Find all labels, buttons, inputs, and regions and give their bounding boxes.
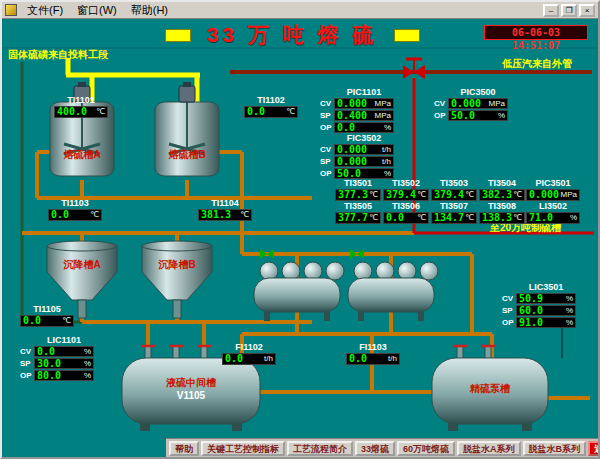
row-value: 50.0 bbox=[337, 169, 361, 179]
instrument-pic3501[interactable]: PIC3501 0.000 MPa bbox=[526, 179, 580, 201]
row-channel: CV bbox=[434, 99, 448, 108]
controller-pic3500[interactable]: PIC3500 CV 0.000MPa OP 50.0% bbox=[434, 88, 508, 121]
instrument-unit: ℃ bbox=[369, 214, 378, 222]
instrument-value: 134.7 bbox=[434, 213, 464, 223]
instrument-value-box: 0.0 ℃ bbox=[20, 315, 74, 327]
instrument-unit: ℃ bbox=[417, 191, 426, 199]
instrument-value: 400.0 bbox=[57, 107, 87, 117]
controller-tag: PIC3500 bbox=[434, 88, 508, 97]
row-unit: MPa bbox=[375, 100, 391, 108]
instrument-fi1103: FI1103 0.0 t/h bbox=[346, 343, 400, 365]
instrument-tag: TI1101 bbox=[54, 96, 108, 105]
row-channel: SP bbox=[502, 306, 516, 315]
instrument-ti1103: TI1103 0.0 ℃ bbox=[48, 199, 102, 221]
controller-lic3501[interactable]: LIC3501 CV 50.9% SP 60.0% OP 91.0% bbox=[502, 283, 576, 328]
key-process-indicators-button[interactable]: 关键工艺控制指标 bbox=[201, 441, 285, 456]
controller-row: CV 50.9% bbox=[502, 293, 576, 304]
row-unit: % bbox=[566, 319, 573, 327]
instrument-unit: ℃ bbox=[465, 214, 474, 222]
row-channel: CV bbox=[320, 145, 334, 154]
instrument-value: 138.3 bbox=[482, 213, 512, 223]
restore-button[interactable]: ❐ bbox=[561, 4, 577, 17]
instrument-value: 379.4 bbox=[434, 190, 464, 200]
row-value: 0.000 bbox=[451, 99, 481, 109]
menu-help[interactable]: 帮助(H) bbox=[125, 3, 174, 18]
label-pump-tank: 精硫泵槽 bbox=[432, 382, 548, 396]
controller-row: CV 0.000MPa bbox=[320, 98, 394, 109]
label-settler-b: 沉降槽B bbox=[142, 258, 212, 272]
instrument-value-box: 400.0 ℃ bbox=[54, 106, 108, 118]
instrument-tag: TI1103 bbox=[48, 199, 102, 208]
controller-row: OP 50.0% bbox=[320, 168, 394, 179]
melting-600k-button[interactable]: 60万吨熔硫 bbox=[397, 441, 455, 456]
menu-window[interactable]: 窗口(W) bbox=[71, 3, 123, 18]
instrument-ti3507: TI3507 134.7 ℃ bbox=[431, 202, 477, 224]
instrument-tag: TI1105 bbox=[20, 305, 74, 314]
instrument-value-box: 0.0 ℃ bbox=[48, 209, 102, 221]
desalted-water-a-button[interactable]: 脱盐水A系列 bbox=[457, 441, 521, 456]
instrument-value-box: 71.0 % bbox=[526, 212, 580, 224]
controller-pic1101[interactable]: PIC1101 CV 0.000MPa SP 0.400MPa OP 0.0% bbox=[320, 88, 394, 133]
instrument-ti3506: TI3506 0.0 ℃ bbox=[383, 202, 429, 224]
controller-row: OP 91.0% bbox=[502, 317, 576, 328]
close-button[interactable]: × bbox=[579, 4, 595, 17]
instrument-tag: TI3502 bbox=[383, 179, 429, 188]
instrument-ti1104: TI1104 381.3 ℃ bbox=[198, 199, 252, 221]
instrument-tag: TI1104 bbox=[198, 199, 252, 208]
instrument-value: 377.3 bbox=[338, 190, 368, 200]
row-unit: % bbox=[498, 112, 505, 120]
minimize-button[interactable]: – bbox=[543, 4, 559, 17]
row-channel: SP bbox=[320, 157, 334, 166]
instrument-value: 0.000 bbox=[529, 190, 559, 200]
instrument-unit: ℃ bbox=[62, 317, 71, 325]
instrument-ti3508: TI3508 138.3 ℃ bbox=[479, 202, 525, 224]
label-melter-b: 熔硫槽B bbox=[155, 148, 219, 162]
title-decoration-left bbox=[165, 29, 191, 42]
row-channel: OP bbox=[320, 123, 334, 132]
instrument-ti1101: TI1101 400.0 ℃ bbox=[54, 96, 108, 118]
instrument-value-box: 379.4 ℃ bbox=[431, 189, 477, 201]
row-channel: SP bbox=[20, 359, 34, 368]
row-value: 50.0 bbox=[451, 111, 475, 121]
help-button[interactable]: 帮助 bbox=[169, 441, 199, 456]
return-button[interactable]: 返回 bbox=[588, 441, 600, 456]
instrument-tag: LI3502 bbox=[526, 202, 580, 211]
controller-row: OP 0.0% bbox=[320, 122, 394, 133]
controller-fic3502[interactable]: FIC3502 CV 0.000t/h SP 0.000t/h OP 50.0% bbox=[320, 134, 394, 179]
app-icon bbox=[5, 4, 17, 16]
instrument-unit: ℃ bbox=[96, 108, 105, 116]
instrument-unit: ℃ bbox=[286, 108, 295, 116]
melting-33-button[interactable]: 33熔硫 bbox=[355, 441, 395, 456]
controller-row: CV 0.000t/h bbox=[320, 144, 394, 155]
row-value: 0.000 bbox=[337, 145, 367, 155]
instrument-value: 0.0 bbox=[225, 354, 243, 364]
instrument-value-box: 377.3 ℃ bbox=[335, 189, 381, 201]
controller-lic1101[interactable]: LIC1101 CV 0.0% SP 30.0% OP 80.0% bbox=[20, 336, 94, 381]
instrument-value-box: 0.000 MPa bbox=[526, 189, 580, 201]
row-value: 0.000 bbox=[337, 157, 367, 167]
menu-file[interactable]: 文件(F) bbox=[21, 3, 69, 18]
instrument-value: 71.0 bbox=[529, 213, 553, 223]
instrument-ti3504: TI3504 382.3 ℃ bbox=[479, 179, 525, 201]
row-value: 0.000 bbox=[337, 99, 367, 109]
row-unit: t/h bbox=[382, 158, 391, 166]
row-channel: OP bbox=[434, 111, 448, 120]
row-unit: % bbox=[84, 372, 91, 380]
instrument-unit: ℃ bbox=[369, 191, 378, 199]
row-value: 60.0 bbox=[519, 306, 543, 316]
instrument-value-box: 377.7 ℃ bbox=[335, 212, 381, 224]
desalted-water-b-button[interactable]: 脱盐水B系列 bbox=[523, 441, 587, 456]
label-melter-a: 熔硫槽A bbox=[50, 148, 114, 162]
process-flow-intro-button[interactable]: 工艺流程简介 bbox=[287, 441, 353, 456]
instrument-unit: ℃ bbox=[513, 191, 522, 199]
instrument-value: 0.0 bbox=[247, 107, 265, 117]
row-unit: % bbox=[384, 124, 391, 132]
instrument-value: 0.0 bbox=[23, 316, 41, 326]
controller-row: SP 60.0% bbox=[502, 305, 576, 316]
label-intermediate-tag: V1105 bbox=[122, 390, 260, 401]
instrument-value: 377.7 bbox=[338, 213, 368, 223]
instrument-tag: TI1102 bbox=[244, 96, 298, 105]
instrument-value-box: 0.0 ℃ bbox=[244, 106, 298, 118]
row-value: 80.0 bbox=[37, 371, 61, 381]
instrument-li3502: LI3502 71.0 % bbox=[526, 202, 580, 224]
